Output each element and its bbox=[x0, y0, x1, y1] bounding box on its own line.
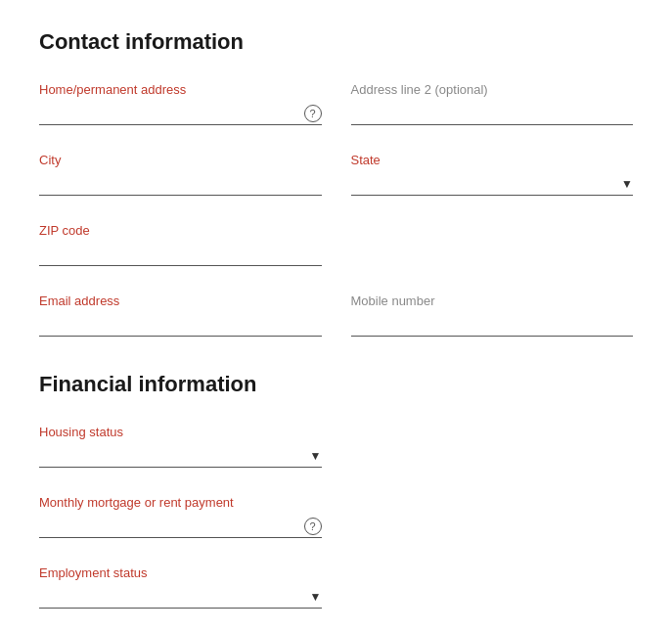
mobile-label: Mobile number bbox=[351, 293, 634, 308]
employment-spacer bbox=[351, 565, 634, 609]
address-line2-field: Address line 2 (optional) bbox=[351, 82, 634, 125]
home-address-help-icon[interactable]: ? bbox=[304, 105, 322, 122]
zip-code-input[interactable] bbox=[39, 242, 322, 266]
email-field: Email address bbox=[39, 293, 322, 337]
monthly-payment-help-icon[interactable]: ? bbox=[304, 518, 322, 535]
email-input[interactable] bbox=[39, 312, 322, 337]
address-line2-input[interactable] bbox=[351, 101, 634, 125]
payment-spacer bbox=[351, 495, 634, 538]
housing-spacer bbox=[351, 425, 634, 468]
monthly-payment-field: Monthly mortgage or rent payment ? bbox=[39, 495, 322, 538]
employment-status-select[interactable]: Employed Self-employed Unemployed Retire… bbox=[39, 584, 322, 609]
email-label: Email address bbox=[39, 293, 322, 308]
zip-code-field: ZIP code bbox=[39, 223, 322, 266]
mobile-input[interactable] bbox=[351, 312, 634, 337]
housing-status-label: Housing status bbox=[39, 425, 322, 439]
address-line2-label: Address line 2 (optional) bbox=[351, 82, 634, 97]
contact-section-title: Contact information bbox=[39, 29, 633, 55]
city-label: City bbox=[39, 153, 322, 167]
financial-section-title: Financial information bbox=[39, 372, 633, 397]
state-select[interactable]: AL AK AZ CA CO FL NY TX bbox=[351, 171, 634, 196]
state-label: State bbox=[351, 153, 634, 167]
housing-status-field: Housing status Own Rent Other ▼ bbox=[39, 425, 322, 468]
monthly-payment-label: Monthly mortgage or rent payment bbox=[39, 495, 322, 510]
housing-status-select[interactable]: Own Rent Other bbox=[39, 443, 322, 468]
employment-status-field: Employment status Employed Self-employed… bbox=[39, 565, 322, 609]
monthly-payment-input[interactable] bbox=[39, 514, 322, 538]
employment-status-label: Employment status bbox=[39, 565, 322, 580]
zip-code-label: ZIP code bbox=[39, 223, 322, 238]
mobile-field: Mobile number bbox=[351, 293, 634, 337]
home-address-field: Home/permanent address ? bbox=[39, 82, 322, 125]
home-address-input[interactable] bbox=[39, 101, 322, 125]
city-input[interactable] bbox=[39, 171, 322, 196]
city-field: City bbox=[39, 153, 322, 196]
state-field: State AL AK AZ CA CO FL NY TX ▼ bbox=[351, 153, 634, 196]
zip-spacer bbox=[351, 223, 634, 266]
home-address-label: Home/permanent address bbox=[39, 82, 322, 97]
